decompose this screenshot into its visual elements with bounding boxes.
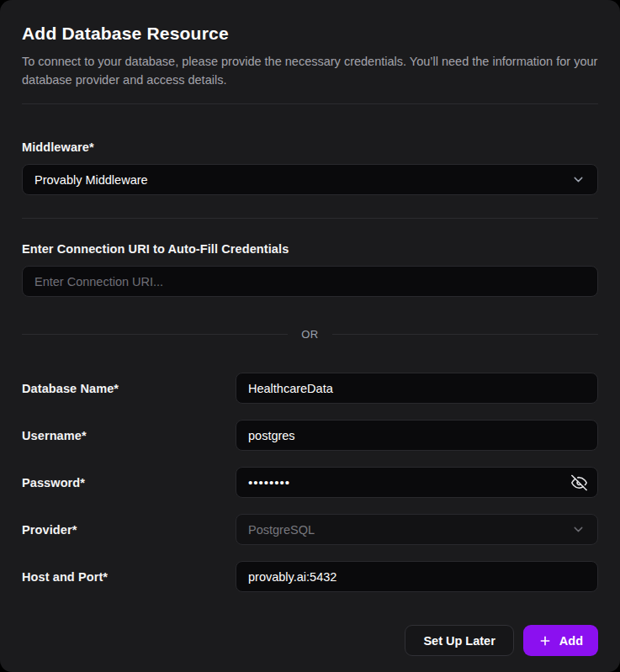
credentials-form: Database Name* Username* Password* [22,373,598,592]
username-row: Username* [22,420,598,451]
provider-selected-value: PostgreSQL [248,523,315,537]
middleware-selected-value: Provably Middleware [34,173,148,187]
toggle-password-visibility-button[interactable] [570,473,589,492]
provider-label: Provider* [22,523,236,537]
provider-row: Provider* PostgreSQL [22,514,598,545]
database-name-label: Database Name* [22,382,236,395]
dialog-footer: Set Up Later Add [22,625,598,656]
username-input[interactable] [236,420,598,451]
or-label: OR [301,328,319,341]
chevron-down-icon [571,172,586,187]
provider-select[interactable]: PostgreSQL [236,514,598,545]
middleware-label: Middleware* [22,140,598,154]
divider-line [332,334,598,335]
dialog-description: To connect to your database, please prov… [22,52,598,89]
or-divider: OR [22,328,598,341]
divider [22,218,598,219]
divider-line [22,334,288,335]
password-input[interactable] [236,467,598,498]
divider [22,103,598,104]
add-button[interactable]: Add [523,625,598,656]
eye-off-icon [571,474,587,490]
username-label: Username* [22,429,236,442]
add-database-resource-dialog: Add Database Resource To connect to your… [0,0,620,672]
database-name-row: Database Name* [22,373,598,404]
database-name-input[interactable] [236,373,598,404]
host-port-input[interactable] [236,561,598,592]
plus-icon [538,634,552,648]
page-title: Add Database Resource [22,24,598,44]
password-row: Password* [22,467,598,498]
connection-uri-input[interactable] [22,266,598,297]
host-port-row: Host and Port* [22,561,598,592]
add-button-label: Add [559,634,583,648]
chevron-down-icon [571,522,586,537]
password-label: Password* [22,476,236,489]
host-port-label: Host and Port* [22,570,236,584]
set-up-later-button[interactable]: Set Up Later [405,625,513,656]
middleware-select[interactable]: Provably Middleware [22,164,598,195]
connection-uri-label: Enter Connection URI to Auto-Fill Creden… [22,242,598,256]
